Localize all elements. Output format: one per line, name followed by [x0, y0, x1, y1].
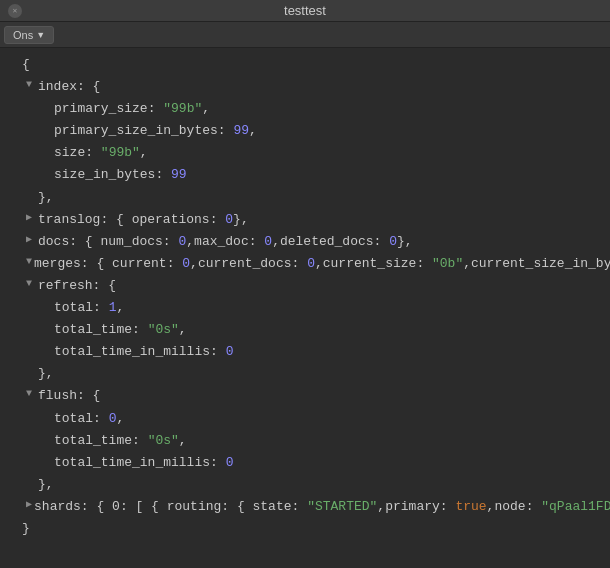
collapse-arrow-icon[interactable]: [26, 76, 36, 98]
collapse-arrow-icon[interactable]: [26, 385, 36, 407]
json-line: },: [10, 363, 600, 385]
json-line: translog: { operations: 0},: [10, 209, 600, 231]
json-content-area[interactable]: { index: { primary_size: "99b", primary_…: [0, 48, 610, 568]
close-button[interactable]: [8, 4, 22, 18]
json-line: flush: {: [10, 385, 600, 407]
window-title: testtest: [284, 3, 326, 18]
toolbar: Ons ▼: [0, 22, 610, 48]
title-bar: testtest: [0, 0, 610, 22]
collapse-arrow-icon[interactable]: [26, 231, 36, 253]
json-line: shards: { 0: [ { routing: { state: "STAR…: [10, 496, 600, 518]
collapse-arrow-icon[interactable]: [26, 275, 36, 297]
options-button[interactable]: Ons ▼: [4, 26, 54, 44]
collapse-arrow-icon[interactable]: [26, 496, 32, 518]
json-line: {: [10, 54, 600, 76]
json-line: total: 0,: [10, 408, 600, 430]
json-line: total: 1,: [10, 297, 600, 319]
json-line: },: [10, 187, 600, 209]
json-line: total_time: "0s",: [10, 430, 600, 452]
json-line: size_in_bytes: 99: [10, 164, 600, 186]
json-line: },: [10, 474, 600, 496]
json-line: docs: { num_docs: 0,max_doc: 0,deleted_d…: [10, 231, 600, 253]
json-line: size: "99b",: [10, 142, 600, 164]
collapse-arrow-icon[interactable]: [26, 253, 32, 275]
collapse-arrow-icon[interactable]: [26, 209, 36, 231]
json-line: total_time: "0s",: [10, 319, 600, 341]
chevron-down-icon: ▼: [36, 30, 45, 40]
json-line: total_time_in_millis: 0: [10, 452, 600, 474]
json-line: total_time_in_millis: 0: [10, 341, 600, 363]
json-line: refresh: {: [10, 275, 600, 297]
json-line: merges: { current: 0,current_docs: 0,cur…: [10, 253, 600, 275]
json-line: primary_size_in_bytes: 99,: [10, 120, 600, 142]
json-line: primary_size: "99b",: [10, 98, 600, 120]
json-line: }: [10, 518, 600, 540]
json-line: index: {: [10, 76, 600, 98]
window-frame: testtest Ons ▼ { index: { primary_size: …: [0, 0, 610, 568]
options-label: Ons: [13, 29, 33, 41]
